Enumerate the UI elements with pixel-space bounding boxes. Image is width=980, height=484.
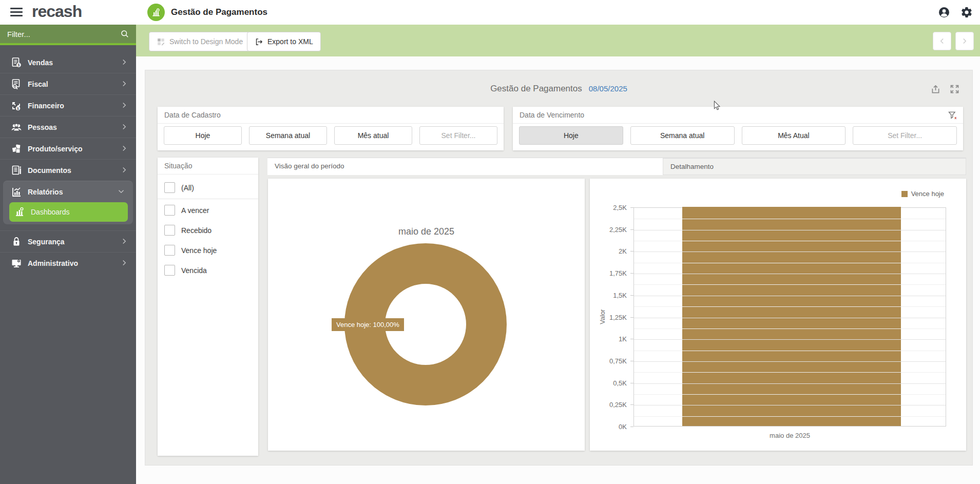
product-icon — [10, 143, 23, 155]
bar-series-vence-hoje[interactable] — [682, 207, 901, 426]
page-title: Gestão de Pagamentos — [171, 7, 267, 17]
sidebar-filter-input[interactable] — [0, 25, 120, 43]
dashboards-icon — [13, 206, 26, 218]
design-mode-icon — [157, 37, 165, 46]
export-icon — [255, 37, 263, 46]
cadastro-set-filter-button[interactable]: Set Filter... — [419, 126, 497, 145]
app-header: recash Gestão de Pagamentos — [0, 0, 980, 25]
page-title-group: Gestão de Pagamentos — [147, 0, 267, 25]
sidebar-item-pessoas[interactable]: Pessoas — [0, 116, 136, 138]
panel-data-de-vencimento: Data de Vencimento x Hoje Semana atual M… — [513, 107, 963, 150]
situacao-option-a-vencer[interactable]: A vencer — [158, 200, 258, 220]
situacao-option-recebido[interactable]: Recebido — [158, 220, 258, 240]
panel-header: Situação — [158, 158, 258, 175]
share-export-icon[interactable] — [930, 84, 941, 94]
sidebar-group-relatorios: Relatórios Dashboards — [3, 181, 133, 224]
chevron-right-icon — [120, 258, 129, 267]
gridline-major — [634, 296, 946, 296]
y-tick-label: 0,75K — [609, 357, 627, 364]
legend-swatch — [901, 191, 908, 197]
y-tick-label: 1K — [619, 335, 627, 343]
y-tick-label: 2K — [619, 247, 627, 255]
y-tick-label: 2,5K — [613, 204, 627, 211]
sidebar-item-label: Fiscal — [28, 80, 48, 88]
sidebar-item-seguranca[interactable]: Segurança — [0, 231, 136, 252]
sidebar-item-documentos[interactable]: Documentos — [0, 159, 136, 181]
sidebar-item-vendas[interactable]: $ Vendas — [0, 52, 136, 73]
fiscal-icon — [10, 78, 23, 90]
chevron-right-icon — [960, 36, 969, 46]
app-root: recash Gestão de Pagamentos $ Vendas — [0, 0, 980, 484]
switch-design-mode-button[interactable]: Switch to Design Mode — [149, 32, 251, 51]
sidebar-item-dashboards[interactable]: Dashboards — [9, 202, 128, 222]
sidebar-item-fiscal[interactable]: Fiscal — [0, 73, 136, 94]
sidebar-item-label: Vendas — [28, 59, 53, 67]
search-icon[interactable] — [120, 29, 130, 39]
cadastro-semana-atual-button[interactable]: Semana atual — [249, 126, 327, 145]
sidebar: $ Vendas Fiscal $ Financeiro Pessoas — [0, 25, 136, 484]
tab-detalhamento[interactable]: Detalhamento — [663, 158, 966, 175]
svg-text:$: $ — [17, 106, 19, 110]
sidebar-filter-bar — [0, 25, 136, 43]
vencimento-mes-atual-button[interactable]: Mês Atual — [742, 126, 846, 145]
y-tick-label: 2,25K — [609, 225, 627, 233]
sidebar-item-label: Produto/serviço — [28, 145, 83, 153]
gridline-major — [634, 383, 946, 384]
checkbox[interactable] — [164, 182, 175, 193]
people-icon — [10, 121, 23, 133]
nav-forward-button[interactable] — [955, 32, 974, 50]
documents-icon — [10, 164, 23, 177]
gridline-minor — [634, 394, 946, 395]
panel-header: Data de Vencimento x — [513, 107, 963, 124]
chevron-right-icon — [120, 237, 129, 246]
settings-gear-icon[interactable] — [960, 6, 973, 18]
clear-filter-icon[interactable]: x — [948, 110, 958, 121]
report-title-row: Gestão de Pagamentos 08/05/2025 — [145, 70, 972, 107]
checkbox[interactable] — [164, 265, 175, 276]
y-tick-label: 1,5K — [613, 291, 627, 299]
report-date-link[interactable]: 08/05/2025 — [589, 84, 627, 93]
sidebar-item-label: Documentos — [28, 166, 71, 175]
sidebar-item-produto-servico[interactable]: Produto/serviço — [0, 138, 136, 159]
header-actions — [938, 0, 973, 25]
sidebar-item-financeiro[interactable]: $ Financeiro — [0, 94, 136, 116]
cadastro-mes-atual-button[interactable]: Mês atual — [334, 126, 412, 145]
vencimento-set-filter-button[interactable]: Set Filter... — [853, 126, 957, 145]
donut-chart-title: maio de 2025 — [268, 226, 585, 237]
donut-label-chip: Vence hoje: 100,00% — [332, 318, 404, 331]
situacao-option-vence-hoje[interactable]: Vence hoje — [158, 240, 258, 260]
situacao-option-vencida[interactable]: Vencida — [158, 260, 258, 280]
panel-header: Data de Cadastro — [158, 107, 504, 124]
export-xml-button[interactable]: Export to XML — [247, 32, 321, 51]
sidebar-item-administrativo[interactable]: Administrativo — [0, 252, 136, 274]
nav-back-button[interactable] — [933, 32, 951, 50]
gridline-minor — [634, 241, 946, 241]
gridline-minor — [634, 306, 946, 307]
gridline-major — [634, 230, 946, 230]
checkbox[interactable] — [164, 205, 175, 216]
gridline-minor — [634, 328, 946, 329]
menu-icon[interactable] — [10, 8, 23, 17]
cadastro-hoje-button[interactable]: Hoje — [164, 126, 242, 145]
y-axis: 0K0,25K0,5K0,75K1K1,25K1,5K1,75K2K2,25K2… — [590, 207, 633, 427]
sidebar-item-label: Financeiro — [28, 102, 64, 110]
sidebar-nav: $ Vendas Fiscal $ Financeiro Pessoas — [0, 45, 136, 274]
sidebar-item-label: Segurança — [28, 238, 65, 246]
gridline-minor — [634, 219, 946, 219]
situacao-option-all[interactable]: (All) — [158, 178, 258, 198]
checkbox[interactable] — [164, 245, 175, 256]
sidebar-item-relatorios[interactable]: Relatórios — [3, 181, 133, 202]
fullscreen-icon[interactable] — [949, 84, 960, 94]
finance-icon: $ — [10, 100, 23, 112]
user-account-icon[interactable] — [938, 6, 950, 18]
checkbox[interactable] — [164, 225, 175, 236]
gridline-major — [634, 318, 946, 318]
vencimento-hoje-button[interactable]: Hoje — [519, 126, 623, 145]
gridline-minor — [634, 416, 946, 417]
tab-visao-geral[interactable]: Visão geral do período — [267, 158, 663, 175]
chevron-down-icon — [117, 187, 126, 196]
legend-item-vence-hoje[interactable]: Vence hoje — [901, 190, 944, 198]
vencimento-semana-atual-button[interactable]: Semana atual — [630, 126, 735, 145]
svg-text:$: $ — [18, 63, 20, 67]
app-logo: recash — [32, 2, 82, 21]
